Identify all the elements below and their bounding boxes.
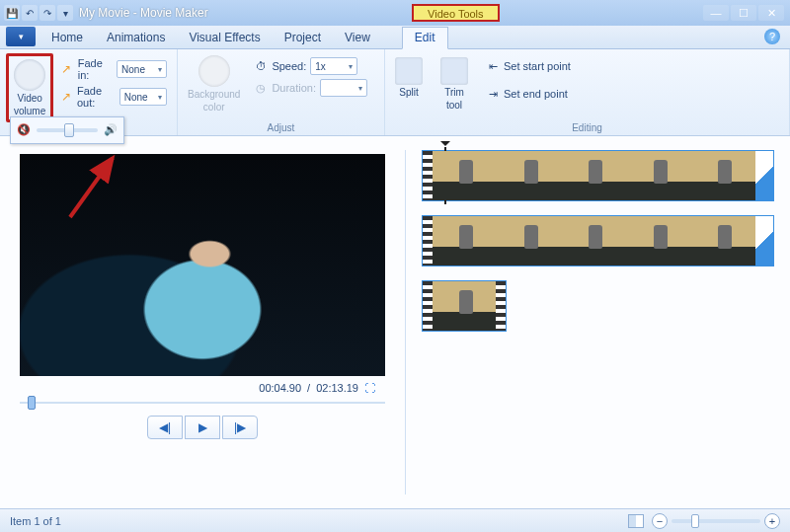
end-point-icon: ⇥ [486,87,500,101]
zoom-slider[interactable] [672,519,760,523]
fade-in-value: None [121,64,145,75]
volume-slider[interactable] [37,128,98,132]
speed-icon: ⏱ [254,59,268,73]
speed-label: Speed: [272,60,306,72]
duration-select [320,79,367,97]
film-sprocket-icon [423,216,433,266]
timeline-pane[interactable] [406,136,790,508]
trim-tool-button[interactable]: Trim tool [436,55,472,113]
video-volume-button[interactable]: Video volume [10,57,49,118]
video-volume-label-1: Video [17,93,41,104]
ribbon-tabs: ▾ Home Animations Visual Effects Project… [0,26,790,49]
video-volume-label-2: volume [14,106,45,116]
ribbon-group-editing: Split Trim tool ⇤ Set start point ⇥ Set … [385,49,790,135]
duration-label: Duration: [272,82,316,94]
contextual-tab-video-tools[interactable]: Video Tools [412,4,499,22]
speaker-icon[interactable]: 🔊 [104,123,118,137]
film-sprocket-icon [423,281,433,331]
volume-slider-thumb[interactable] [64,123,74,137]
view-layout-button[interactable] [628,514,644,528]
paint-bucket-icon [198,55,230,87]
file-menu-button[interactable]: ▾ [6,27,36,46]
timeline-clip[interactable] [422,280,507,332]
qat-redo-icon[interactable]: ↷ [40,5,55,21]
seek-handle[interactable] [28,396,36,410]
background-color-button: Background color [184,53,244,114]
zoom-in-button[interactable]: + [764,513,780,529]
fade-out-value: None [124,92,148,103]
split-label: Split [399,87,418,98]
window-maximize-button[interactable]: ☐ [731,5,756,21]
annotation-arrow [65,153,124,226]
trim-icon [440,57,468,85]
playback-controls: ◀| ▶ |▶ [147,416,258,439]
set-start-point-button[interactable]: ⇤ Set start point [486,59,571,73]
set-end-point-button[interactable]: ⇥ Set end point [486,87,571,101]
clip-end-marker [755,216,773,266]
current-time: 00:04.90 [259,382,301,394]
status-item-count: Item 1 of 1 [10,515,61,527]
trim-label-2: tool [446,100,462,111]
set-end-label: Set end point [504,88,568,100]
preview-pane: 00:04.90/02:13.19 ⛶ ◀| ▶ |▶ [0,136,405,508]
group-label-adjust: Adjust [178,122,384,133]
window-close-button[interactable]: ✕ [758,5,784,21]
speed-value: 1x [315,61,326,72]
clip-end-marker [755,151,773,200]
time-display: 00:04.90/02:13.19 ⛶ [259,382,375,394]
svg-line-0 [70,158,113,217]
play-button[interactable]: ▶ [185,416,220,439]
qat-more-icon[interactable]: ▾ [57,5,73,21]
fade-out-label: Fade out: [77,85,116,109]
tab-home[interactable]: Home [40,28,95,48]
seek-track [20,402,385,404]
bgcolor-label-1: Background [188,89,240,100]
group-label-editing: Editing [385,122,789,133]
split-button[interactable]: Split [391,55,427,100]
tab-project[interactable]: Project [273,28,333,48]
fade-in-label: Fade in: [78,57,113,81]
zoom-slider-thumb[interactable] [691,514,699,528]
fade-out-icon: ↗ [61,90,73,104]
tab-view[interactable]: View [333,28,382,48]
zoom-out-button[interactable]: − [652,513,668,529]
start-point-icon: ⇤ [486,59,500,73]
trim-label-1: Trim [444,87,464,98]
fade-in-select[interactable]: None [117,60,167,78]
ribbon-group-adjust: Background color ⏱ Speed: 1x ◷ Duration:… [178,49,385,135]
zoom-control: − + [652,513,780,529]
speed-select[interactable]: 1x [310,57,357,75]
preview-seek-bar[interactable] [20,400,385,406]
fade-out-select[interactable]: None [119,88,167,106]
total-time: 02:13.19 [316,382,358,394]
timeline-clip[interactable] [422,215,774,266]
tab-visual-effects[interactable]: Visual Effects [177,28,272,48]
clip-thumbnails [433,151,755,200]
status-bar: Item 1 of 1 − + [0,508,790,532]
split-icon [395,57,423,85]
title-bar: 💾 ↶ ↷ ▾ My Movie - Movie Maker Video Too… [0,0,790,26]
window-minimize-button[interactable]: — [703,5,729,21]
film-sprocket-icon [423,151,433,200]
bgcolor-label-2: color [203,102,225,113]
clip-thumbnails [433,281,496,331]
duration-icon: ◷ [254,81,268,95]
next-frame-button[interactable]: |▶ [222,416,258,439]
fullscreen-icon[interactable]: ⛶ [364,382,375,394]
window-title: My Movie - Movie Maker [79,6,208,20]
film-sprocket-icon [496,281,506,331]
prev-frame-button[interactable]: ◀| [147,416,183,439]
help-button[interactable]: ? [764,29,780,44]
video-volume-slider-popup: 🔇 🔊 [10,116,124,144]
set-start-label: Set start point [504,60,571,72]
tab-animations[interactable]: Animations [95,28,177,48]
timeline-clip[interactable] [422,150,774,201]
mute-icon[interactable]: 🔇 [17,123,31,137]
qat-undo-icon[interactable]: ↶ [22,5,38,21]
speaker-dial-icon [14,59,45,91]
tab-edit[interactable]: Edit [402,27,448,49]
qat-save-icon[interactable]: 💾 [4,5,20,21]
highlight-video-volume: Video volume [6,53,53,122]
quick-access-toolbar: 💾 ↶ ↷ ▾ [4,5,73,21]
clip-thumbnails [433,216,755,266]
